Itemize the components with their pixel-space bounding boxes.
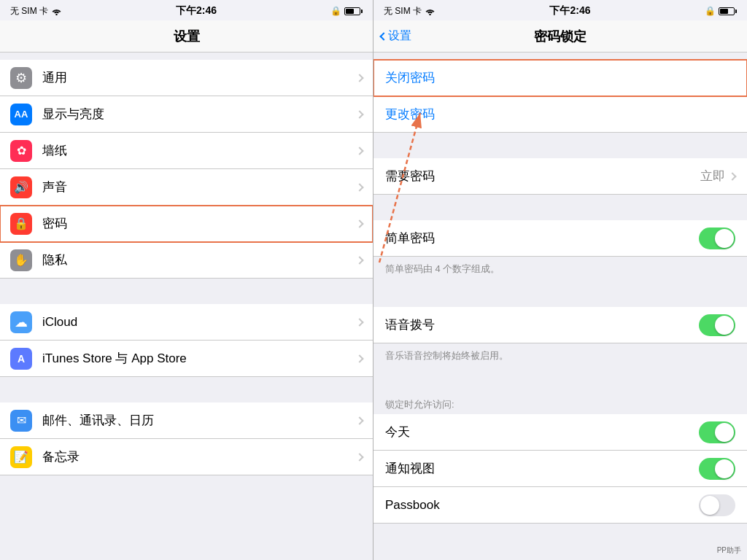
simple-toggle[interactable]: [699, 228, 735, 249]
today-toggle-knob: [715, 423, 734, 442]
left-battery-icon: [344, 7, 363, 15]
mail-label: 邮件、通讯录、日历: [42, 412, 357, 429]
notification-toggle[interactable]: [699, 458, 735, 480]
right-nav-title: 密码锁定: [534, 28, 587, 45]
require-passcode-item[interactable]: 需要密码 立即: [374, 158, 747, 195]
wallpaper-icon: ✿: [10, 140, 32, 162]
left-section-1: ⚙ 通用 AA 显示与亮度 ✿: [0, 52, 373, 279]
right-battery-icon: [719, 7, 737, 15]
sound-chevron: [355, 183, 363, 191]
list-item-wallpaper[interactable]: ✿ 墙纸: [0, 133, 373, 169]
turn-off-label: 关闭密码: [385, 69, 735, 86]
simple-info: 简单密码由 4 个数字组成。: [374, 257, 747, 281]
itunes-chevron: [355, 354, 363, 362]
simple-toggle-knob: [715, 229, 734, 248]
back-chevron-icon: [379, 32, 387, 40]
list-item-icloud[interactable]: ☁ iCloud: [0, 304, 373, 341]
list-item-mail[interactable]: ✉ 邮件、通讯录、日历: [0, 402, 373, 439]
left-phone-panel: 无 SIM 卡 下午2:46 🔒 设置: [0, 0, 374, 560]
display-chevron: [355, 110, 363, 118]
simple-label: 简单密码: [385, 230, 699, 246]
lock-access-label: 锁定时允许访问:: [374, 394, 747, 414]
require-label: 需要密码: [385, 168, 700, 184]
voice-label: 语音拨号: [385, 316, 699, 333]
voice-toggle-knob: [715, 316, 734, 335]
list-item-itunes[interactable]: A iTunes Store 与 App Store: [0, 341, 373, 377]
notes-label: 备忘录: [42, 448, 357, 465]
right-status-right: 🔒: [705, 6, 737, 16]
passcode-label: 密码: [42, 215, 357, 232]
right-section-2: 需要密码 立即: [374, 133, 747, 195]
voice-dial-item[interactable]: 语音拨号: [374, 307, 747, 343]
passbook-label: Passbook: [385, 498, 699, 513]
list-item-privacy[interactable]: ✋ 隐私: [0, 242, 373, 279]
passcode-icon: 🔒: [10, 213, 32, 235]
sound-label: 声音: [42, 179, 357, 195]
left-status-bar: 无 SIM 卡 下午2:46 🔒: [0, 0, 373, 20]
right-section-4: 语音拨号 音乐语音控制将始终被启用。: [374, 281, 747, 368]
right-status-bar: 无 SIM 卡 下午2:46 🔒: [374, 0, 747, 20]
right-sim-text: 无 SIM 卡: [384, 5, 422, 18]
display-label: 显示与亮度: [42, 106, 357, 122]
left-lock-icon: 🔒: [330, 6, 341, 16]
simple-passcode-item[interactable]: 简单密码: [374, 220, 747, 257]
svg-point-1: [429, 13, 430, 15]
today-toggle[interactable]: [699, 421, 735, 443]
left-nav-bar: 设置: [0, 20, 373, 52]
nav-back-button[interactable]: 设置: [381, 28, 411, 44]
left-status-right: 🔒: [330, 6, 363, 16]
list-item-passcode[interactable]: 🔒 密码: [0, 206, 373, 242]
left-nav-title: 设置: [174, 28, 200, 45]
general-icon: ⚙: [10, 67, 32, 89]
left-wifi-icon: [51, 7, 62, 15]
voice-toggle[interactable]: [699, 314, 735, 336]
privacy-label: 隐私: [42, 252, 357, 268]
change-label: 更改密码: [385, 106, 735, 122]
right-wifi-icon: [425, 7, 436, 15]
notes-icon: 📝: [10, 446, 32, 468]
right-nav-bar: 设置 密码锁定: [374, 20, 747, 52]
general-label: 通用: [42, 69, 357, 86]
require-value: 立即: [700, 168, 725, 184]
wallpaper-chevron: [355, 147, 363, 155]
passbook-item[interactable]: Passbook: [374, 487, 747, 524]
mail-chevron: [355, 416, 363, 424]
notification-label: 通知视图: [385, 460, 699, 477]
left-section-3: ✉ 邮件、通讯录、日历 📝 备忘录: [0, 377, 373, 475]
list-item-general[interactable]: ⚙ 通用: [0, 60, 373, 96]
left-section-2: ☁ iCloud A iTunes Store 与 App Store: [0, 279, 373, 377]
list-item-notes[interactable]: 📝 备忘录: [0, 439, 373, 475]
display-icon: AA: [10, 104, 32, 125]
svg-point-0: [55, 13, 57, 15]
right-settings-list: 关闭密码 更改密码 需要密码 立即 简单密码: [374, 52, 747, 560]
list-item-sound[interactable]: 🔊 声音: [0, 169, 373, 206]
right-section-1: 关闭密码 更改密码: [374, 52, 747, 133]
left-settings-list: ⚙ 通用 AA 显示与亮度 ✿: [0, 52, 373, 560]
turn-off-passcode-item[interactable]: 关闭密码: [374, 60, 747, 96]
nav-back-label: 设置: [388, 28, 411, 44]
right-status-time: 下午2:46: [549, 4, 590, 18]
wallpaper-label: 墙纸: [42, 142, 357, 159]
require-chevron: [728, 172, 736, 180]
passbook-toggle[interactable]: [699, 494, 735, 516]
right-section-3: 简单密码 简单密码由 4 个数字组成。: [374, 195, 747, 281]
mail-icon: ✉: [10, 410, 32, 432]
right-phone-panel: 无 SIM 卡 下午2:46 🔒: [374, 0, 747, 560]
itunes-label: iTunes Store 与 App Store: [42, 350, 357, 367]
today-label: 今天: [385, 424, 699, 440]
notification-toggle-knob: [715, 459, 734, 478]
change-passcode-item[interactable]: 更改密码: [374, 96, 747, 133]
today-item[interactable]: 今天: [374, 414, 747, 451]
right-status-left: 无 SIM 卡: [384, 5, 436, 18]
notes-chevron: [355, 453, 363, 461]
passbook-toggle-knob: [700, 496, 719, 515]
notification-item[interactable]: 通知视图: [374, 451, 747, 487]
left-sim-text: 无 SIM 卡: [10, 5, 48, 18]
right-section-5: 锁定时允许访问: 今天 通知视图 Passbook: [374, 368, 747, 524]
icloud-chevron: [355, 318, 363, 326]
general-chevron: [355, 74, 363, 82]
watermark: PP助手: [717, 545, 741, 556]
list-item-display[interactable]: AA 显示与亮度: [0, 96, 373, 133]
privacy-icon: ✋: [10, 249, 32, 271]
main-container: 无 SIM 卡 下午2:46 🔒 设置: [0, 0, 747, 560]
